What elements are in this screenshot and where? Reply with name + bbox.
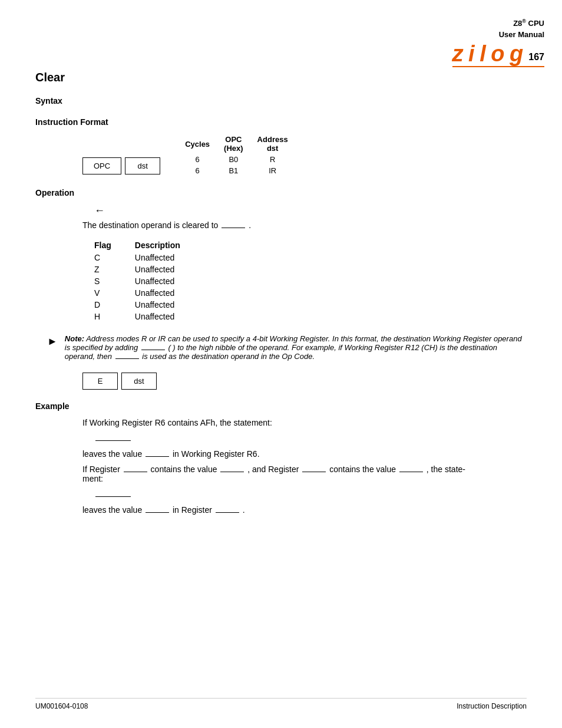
val-blank-2 bbox=[399, 472, 423, 472]
addr-header: Addressdst bbox=[250, 134, 295, 154]
syntax-label: Syntax bbox=[35, 96, 527, 106]
instruction-format: OPC dst Cycles OPC(Hex) Addressdst bbox=[82, 134, 527, 176]
flag-s: S bbox=[94, 275, 135, 287]
instr-table-wrapper: OPC dst Cycles OPC(Hex) Addressdst bbox=[82, 134, 527, 176]
header-title: Z8® CPU User Manual bbox=[452, 18, 544, 40]
registered-sup: ® bbox=[522, 18, 526, 24]
instruction-format-label: Instruction Format bbox=[35, 117, 527, 127]
note-blank-2 bbox=[115, 358, 139, 359]
cycles-val-2: 6 bbox=[178, 165, 217, 176]
flag-header: Flag bbox=[94, 239, 135, 252]
cycles-val-1: 6 bbox=[178, 154, 217, 165]
footer: UM001604-0108 Instruction Description bbox=[35, 698, 527, 710]
dst-box: dst bbox=[125, 157, 160, 174]
flag-z: Z bbox=[94, 263, 135, 275]
leaves-blank-1 bbox=[146, 456, 169, 457]
leaves-in-label-1: in Working Register R6. bbox=[173, 449, 260, 459]
opc-box: OPC bbox=[82, 157, 121, 174]
flag-row-c: C Unaffected bbox=[94, 252, 204, 263]
contains-value-label: contains the value bbox=[151, 465, 217, 474]
instr-data-table: Cycles OPC(Hex) Addressdst 6 B0 R bbox=[178, 134, 295, 176]
and-register-label: , and Register bbox=[247, 465, 299, 474]
code-blank-2 bbox=[95, 496, 131, 497]
flag-v: V bbox=[94, 287, 135, 299]
desc-header: Description bbox=[135, 239, 204, 252]
note-blank-1 bbox=[141, 350, 165, 350]
reg-blank-2 bbox=[302, 472, 326, 472]
code-blank-1 bbox=[95, 440, 131, 441]
header-subtitle: User Manual bbox=[499, 30, 544, 39]
e-box: E bbox=[82, 373, 118, 390]
flag-row-s: S Unaffected bbox=[94, 275, 204, 287]
page-title: Clear bbox=[35, 71, 527, 84]
flag-h: H bbox=[94, 311, 135, 322]
example-code-2 bbox=[94, 490, 527, 499]
flag-row-d: D Unaffected bbox=[94, 299, 204, 311]
e-boxes: E dst bbox=[82, 373, 527, 390]
operation-label: Operation bbox=[35, 188, 527, 197]
leaves-blank-2 bbox=[146, 512, 169, 513]
leaves-value-label-2: leaves the value bbox=[82, 505, 142, 515]
example-code-1 bbox=[94, 434, 527, 443]
opc-val-1: B0 bbox=[217, 154, 250, 165]
if-register-label: If Register bbox=[82, 465, 120, 474]
note-label: Note: bbox=[65, 334, 84, 343]
example-intro: If Working Register R6 contains AFh, the… bbox=[82, 418, 527, 427]
note-content: Note: Address modes R or IR can be used … bbox=[65, 334, 527, 361]
opc-val-2: B1 bbox=[217, 165, 250, 176]
addr-val-1: R bbox=[250, 154, 295, 165]
example-label: Example bbox=[35, 401, 527, 411]
example-section: If Working Register R6 contains AFh, the… bbox=[82, 418, 527, 515]
operation-arrow: ← bbox=[94, 205, 527, 217]
operation-section: ← The destination operand is cleared to … bbox=[82, 205, 527, 322]
header: Z8® CPU User Manual z i l o g 167 bbox=[452, 18, 544, 67]
main-content: Clear Syntax Instruction Format OPC dst … bbox=[0, 0, 562, 554]
addr-val-2: IR bbox=[250, 165, 295, 176]
instr-boxes: OPC dst bbox=[82, 157, 160, 174]
page: Z8® CPU User Manual z i l o g 167 Clear … bbox=[0, 0, 562, 728]
table-row: 6 B1 IR bbox=[178, 165, 295, 176]
note-text3: is used as the destination operand in th… bbox=[142, 352, 315, 361]
footer-right: Instruction Description bbox=[457, 702, 527, 710]
zilog-logo: z i l o g bbox=[452, 42, 523, 65]
footer-left: UM001604-0108 bbox=[35, 702, 88, 710]
flag-v-desc: Unaffected bbox=[135, 287, 204, 299]
leaves-in-label-2: in Register bbox=[173, 505, 212, 515]
example-result-2: If Register contains the value , and Reg… bbox=[82, 465, 527, 483]
reg-blank-1 bbox=[124, 472, 147, 472]
dst-box-2: dst bbox=[121, 373, 157, 390]
header-title-text: Z8® CPU bbox=[513, 19, 544, 28]
flag-row-z: Z Unaffected bbox=[94, 263, 204, 275]
flag-h-desc: Unaffected bbox=[135, 311, 204, 322]
op-desc-period: . bbox=[249, 220, 251, 230]
flag-d-desc: Unaffected bbox=[135, 299, 204, 311]
flag-table: Flag Description C Unaffected Z Unaffect… bbox=[94, 239, 527, 322]
reg-result-blank bbox=[216, 512, 239, 513]
op-desc-text: The destination operand is cleared to bbox=[82, 220, 218, 230]
header-logo: z i l o g 167 bbox=[452, 42, 544, 65]
table-row: 6 B0 R bbox=[178, 154, 295, 165]
example-result-1: leaves the value in Working Register R6. bbox=[82, 449, 527, 459]
example-result-3: leaves the value in Register . bbox=[82, 505, 527, 515]
note-arrow-icon: ► bbox=[47, 335, 58, 348]
flag-c: C bbox=[94, 252, 135, 263]
leaves-period: . bbox=[243, 505, 245, 515]
opc-header: OPC(Hex) bbox=[217, 134, 250, 154]
flag-z-desc: Unaffected bbox=[135, 263, 204, 275]
header-border bbox=[452, 66, 544, 67]
cleared-value-blank bbox=[222, 228, 245, 228]
contains-value-label-2: contains the value bbox=[329, 465, 396, 474]
flag-c-desc: Unaffected bbox=[135, 252, 204, 263]
e-box-wrapper: E dst bbox=[82, 373, 527, 390]
op-description: The destination operand is cleared to . bbox=[82, 220, 527, 230]
page-number: 167 bbox=[528, 52, 544, 65]
flag-d: D bbox=[94, 299, 135, 311]
val-blank-1 bbox=[220, 472, 244, 472]
note-section: ► Note: Address modes R or IR can be use… bbox=[47, 334, 527, 361]
cycles-header: Cycles bbox=[178, 134, 217, 154]
flag-row-v: V Unaffected bbox=[94, 287, 204, 299]
flag-s-desc: Unaffected bbox=[135, 275, 204, 287]
leaves-value-label-1: leaves the value bbox=[82, 449, 142, 459]
flag-row-h: H Unaffected bbox=[94, 311, 204, 322]
